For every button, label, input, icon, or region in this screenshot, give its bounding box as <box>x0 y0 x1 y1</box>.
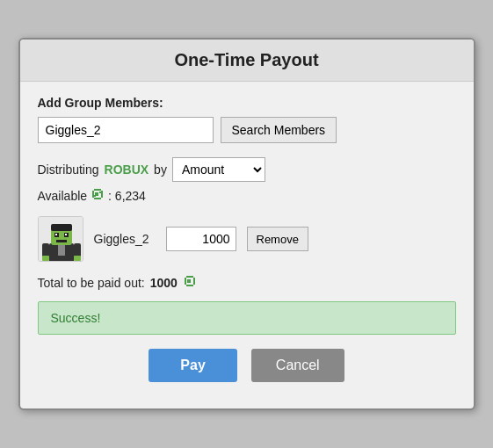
cancel-button[interactable]: Cancel <box>251 349 344 382</box>
search-row: Search Members <box>38 117 456 143</box>
total-amount: 1000 <box>150 276 178 290</box>
svg-rect-25 <box>187 279 191 283</box>
search-input[interactable] <box>38 117 214 143</box>
svg-rect-0 <box>94 189 101 191</box>
available-row: Available : 6,234 <box>38 187 456 204</box>
svg-rect-5 <box>99 191 101 193</box>
svg-rect-23 <box>193 278 195 285</box>
distribute-select[interactable]: Amount Percentage <box>172 157 265 182</box>
svg-rect-11 <box>51 224 72 231</box>
robux-label: ROBUX <box>105 163 149 177</box>
robux-icon <box>91 187 105 204</box>
available-label: Available <box>38 189 88 203</box>
svg-rect-14 <box>55 234 57 235</box>
available-amount: : 6,234 <box>108 189 146 203</box>
svg-rect-20 <box>74 256 81 261</box>
svg-rect-1 <box>92 191 94 198</box>
distributing-label: Distributing <box>38 163 99 177</box>
svg-rect-21 <box>186 276 193 278</box>
remove-button[interactable]: Remove <box>247 227 308 251</box>
total-label: Total to be paid out: <box>38 276 145 290</box>
member-row: Giggles_2 Remove <box>38 216 456 262</box>
total-row: Total to be paid out: 1000 <box>38 274 456 291</box>
success-banner: Success! <box>38 301 456 335</box>
svg-rect-19 <box>42 256 49 261</box>
member-name: Giggles_2 <box>94 232 156 246</box>
svg-rect-3 <box>94 198 101 199</box>
dialog-title: One-Time Payout <box>20 40 474 82</box>
by-label: by <box>154 163 167 177</box>
svg-rect-18 <box>74 243 81 257</box>
button-row: Pay Cancel <box>38 349 456 382</box>
distribute-row: Distributing ROBUX by Amount Percentage <box>38 157 456 182</box>
svg-rect-9 <box>58 243 65 256</box>
total-robux-icon <box>183 274 197 291</box>
avatar <box>38 216 83 262</box>
amount-input[interactable] <box>166 227 236 251</box>
search-members-button[interactable]: Search Members <box>221 117 337 143</box>
svg-rect-2 <box>101 191 103 198</box>
svg-rect-17 <box>42 243 49 257</box>
svg-rect-16 <box>56 240 67 242</box>
svg-rect-22 <box>185 278 186 285</box>
svg-rect-24 <box>186 285 193 286</box>
svg-rect-15 <box>65 234 67 235</box>
svg-rect-6 <box>94 195 96 197</box>
one-time-payout-dialog: One-Time Payout Add Group Members: Searc… <box>18 38 475 410</box>
pay-button[interactable]: Pay <box>149 349 236 382</box>
add-members-label: Add Group Members: <box>38 96 456 110</box>
